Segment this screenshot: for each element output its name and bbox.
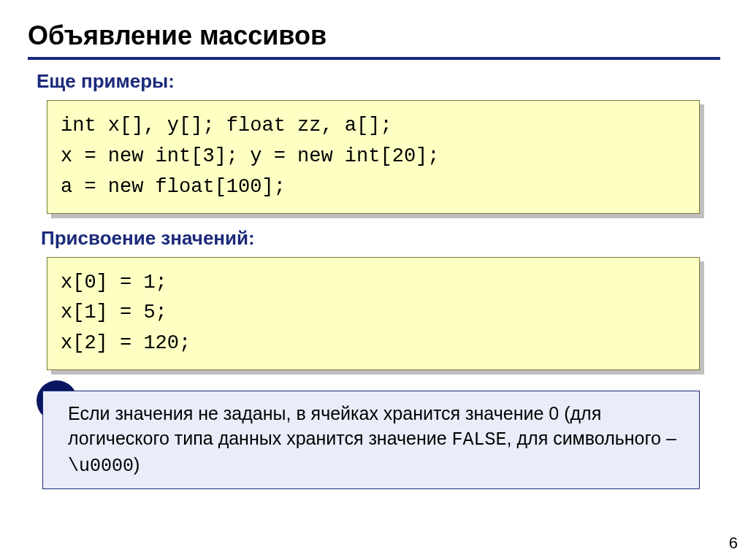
note-mono-u0000: \u0000 bbox=[68, 456, 134, 477]
slide: Объявление массивов Еще примеры: int x[]… bbox=[0, 0, 748, 498]
code-block-2-wrap: x[0] = 1; x[1] = 5; x[2] = 120; bbox=[47, 257, 700, 371]
code-block-1: int x[], y[]; float zz, a[]; x = new int… bbox=[47, 100, 700, 214]
note-text-part2: , для символьного – bbox=[507, 428, 676, 448]
code-block-1-wrap: int x[], y[]; float zz, a[]; x = new int… bbox=[47, 100, 700, 214]
note-mono-false: FALSE bbox=[452, 429, 507, 450]
note-text-part3: ) bbox=[134, 454, 140, 475]
title-underline bbox=[28, 57, 720, 60]
code-block-2: x[0] = 1; x[1] = 5; x[2] = 120; bbox=[47, 257, 700, 371]
page-number: 6 bbox=[729, 534, 738, 553]
page-title: Объявление массивов bbox=[28, 20, 720, 51]
section-heading-examples: Еще примеры: bbox=[37, 70, 720, 93]
note-box: Если значения не заданы, в ячейках храни… bbox=[42, 391, 700, 489]
note-box-wrap: ! Если значения не заданы, в ячейках хра… bbox=[42, 391, 700, 489]
section-heading-assignment: Присвоение значений: bbox=[41, 227, 720, 250]
